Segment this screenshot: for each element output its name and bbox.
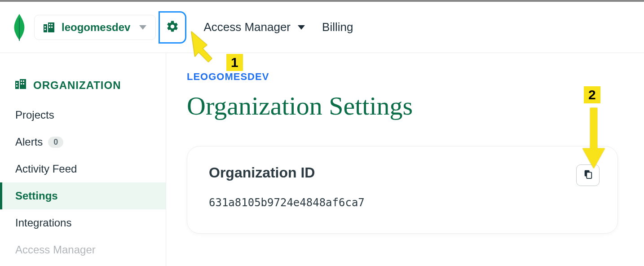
nav-access-manager[interactable]: Access Manager xyxy=(203,20,305,34)
sidebar-item-alerts[interactable]: Alerts 0 xyxy=(0,129,166,155)
org-settings-gear-button[interactable] xyxy=(159,11,186,44)
sidebar-item-projects[interactable]: Projects xyxy=(0,102,166,129)
chevron-down-icon xyxy=(298,25,305,30)
org-id-card: Organization ID 631a8105b9724e4848af6ca7 xyxy=(187,146,618,234)
sidebar-item-settings[interactable]: Settings xyxy=(0,182,166,209)
svg-rect-11 xyxy=(23,80,24,82)
org-selector-label: leogomesdev xyxy=(62,21,130,34)
breadcrumb-label: LEOGOMESDEV xyxy=(187,71,269,82)
org-icon xyxy=(15,79,27,92)
sidebar-header: ORGANIZATION xyxy=(0,79,166,102)
sidebar-item-label: Alerts xyxy=(15,136,43,148)
topbar: leogomesdev Access Manager Billing xyxy=(0,2,644,53)
nav-billing-label: Billing xyxy=(322,20,353,34)
svg-rect-4 xyxy=(49,27,50,28)
sidebar-item-label: Activity Feed xyxy=(15,163,77,175)
sidebar-item-label: Settings xyxy=(15,190,58,202)
org-icon xyxy=(44,22,55,32)
gear-icon xyxy=(166,20,179,35)
nav-billing[interactable]: Billing xyxy=(322,20,353,34)
sidebar-item-activity-feed[interactable]: Activity Feed xyxy=(0,155,166,182)
mongodb-leaf-icon xyxy=(13,14,26,41)
svg-rect-7 xyxy=(44,29,46,30)
svg-rect-17 xyxy=(587,172,591,178)
svg-rect-0 xyxy=(44,24,47,32)
sidebar-item-label: Integrations xyxy=(15,217,71,229)
sidebar-item-access-manager[interactable]: Access Manager xyxy=(0,236,166,263)
sidebar-item-integrations[interactable]: Integrations xyxy=(0,209,166,236)
card-title: Organization ID xyxy=(209,164,596,181)
nav-access-manager-label: Access Manager xyxy=(203,20,291,34)
sidebar-header-label: ORGANIZATION xyxy=(33,79,121,92)
sidebar: ORGANIZATION Projects Alerts 0 Activity … xyxy=(0,53,166,266)
org-selector-dropdown[interactable]: leogomesdev xyxy=(34,15,156,40)
org-id-value: 631a8105b9724e4848af6ca7 xyxy=(209,196,596,209)
sidebar-item-label: Access Manager xyxy=(15,244,96,256)
svg-rect-13 xyxy=(23,83,24,84)
svg-rect-8 xyxy=(15,81,19,89)
copy-org-id-button[interactable] xyxy=(576,164,600,186)
chevron-down-icon xyxy=(139,25,146,30)
copy-icon xyxy=(583,169,593,181)
svg-rect-5 xyxy=(51,27,53,28)
svg-rect-6 xyxy=(44,26,46,27)
svg-rect-14 xyxy=(16,83,18,84)
sidebar-item-label: Projects xyxy=(15,109,54,121)
page-title: Organization Settings xyxy=(187,91,644,121)
svg-rect-12 xyxy=(21,83,22,84)
svg-rect-10 xyxy=(21,80,22,82)
main-content: LEOGOMESDEV Organization Settings Organi… xyxy=(166,53,644,266)
breadcrumb[interactable]: LEOGOMESDEV xyxy=(187,71,644,83)
svg-rect-15 xyxy=(16,85,18,87)
svg-rect-2 xyxy=(49,24,50,25)
alerts-count-badge: 0 xyxy=(48,137,63,148)
svg-rect-3 xyxy=(51,24,53,25)
